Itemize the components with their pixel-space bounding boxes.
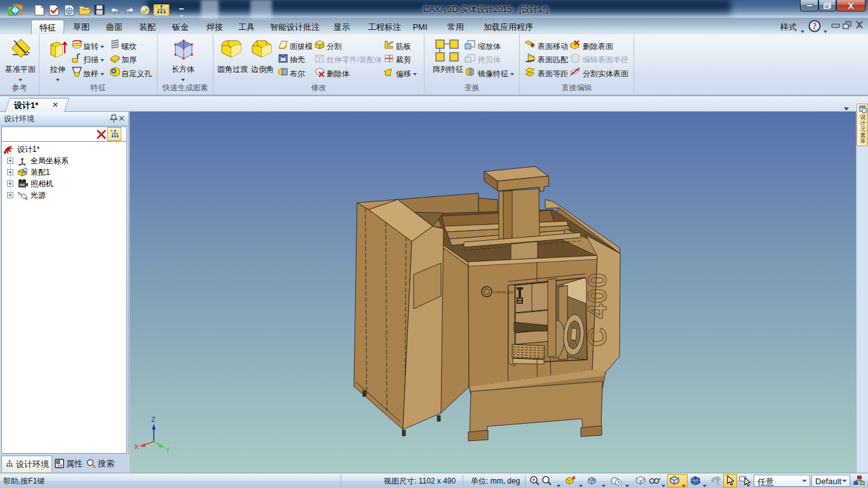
svg-text:CHEVALIER: CHEVALIER [493,290,514,294]
svg-text:?: ? [813,22,817,31]
svg-text:Y: Y [165,446,170,454]
svg-text:X: X [134,443,139,451]
svg-text:C 400: C 400 [582,272,612,346]
svg-text:Z: Z [151,416,156,423]
